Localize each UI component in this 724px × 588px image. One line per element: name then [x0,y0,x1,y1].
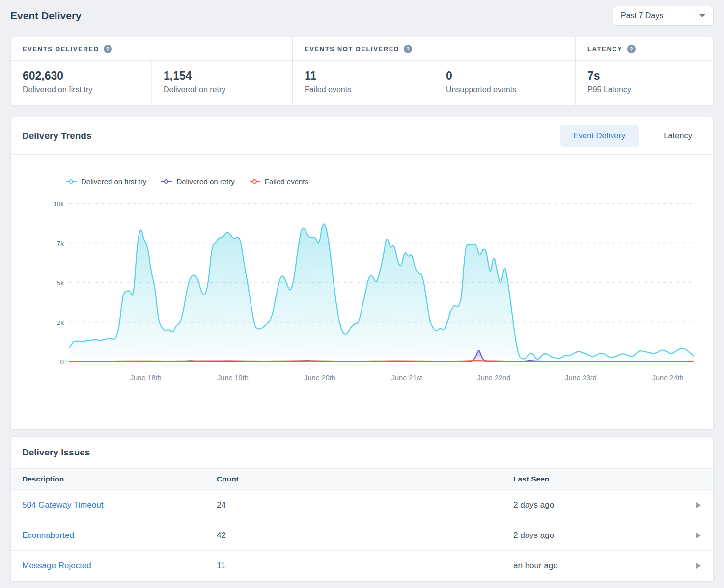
chevron-down-icon [699,14,705,17]
stat-group-label: EVENTS NOT DELIVERED [305,45,399,53]
chevron-right-icon[interactable] [696,563,701,569]
metric-delivered-retry: 1,154 Delivered on retry [152,61,292,105]
issues-table-header: Description Count Last Seen [11,468,713,490]
x-axis-label: June 18th [130,374,162,382]
x-axis-label: June 23rd [565,374,597,382]
table-row[interactable]: Message Rejected 11 an hour ago [11,551,713,581]
y-axis-tick: 2k [57,319,64,326]
date-range-value: Past 7 Days [621,11,663,20]
y-axis-tick: 7k [57,240,64,247]
issue-last-seen: an hour ago [513,561,684,571]
column-header-last-seen: Last Seen [513,475,684,483]
issue-last-seen: 2 days ago [513,531,684,540]
metric-failed-events: 11 Failed events [293,61,434,105]
issues-table: Description Count Last Seen 504 Gateway … [11,468,713,581]
metric-value: 602,630 [23,69,151,82]
x-axis-label: June 24th [652,374,684,382]
delivery-issues-card: Delivery Issues Description Count Last S… [10,436,714,582]
y-axis-tick: 5k [57,279,64,287]
date-range-dropdown[interactable]: Past 7 Days [613,6,714,26]
stat-group-events-delivered: EVENTS DELIVERED 602,630 Delivered on fi… [11,37,293,105]
y-axis-tick: 10k [53,200,64,208]
metric-label: Delivered on retry [164,85,292,94]
metric-value: 11 [305,69,434,82]
help-icon[interactable] [104,45,112,53]
metric-label: Delivered on first try [23,85,151,94]
issue-link[interactable]: Econnaborted [22,531,74,540]
metric-p95-latency: 7s P95 Latency [576,61,713,105]
metric-value: 0 [446,69,575,82]
table-row[interactable]: Econnaborted 42 2 days ago [11,520,713,551]
chart-legend: Delivered on first try Delivered on retr… [66,177,713,186]
stats-summary-card: EVENTS DELIVERED 602,630 Delivered on fi… [10,37,714,105]
trends-title: Delivery Trends [22,131,92,141]
tab-latency[interactable]: Latency [650,125,705,147]
x-axis-label: June 22nd [477,374,510,382]
chevron-right-icon[interactable] [696,502,701,508]
issues-title: Delivery Issues [22,447,90,458]
x-axis-label: June 20th [304,374,335,382]
line-marker-icon [250,181,260,182]
chevron-right-icon[interactable] [696,533,701,538]
x-axis-label: June 21st [391,374,422,382]
metric-value: 1,154 [164,69,292,82]
legend-item-retry: Delivered on retry [161,177,234,186]
x-axis-label: June 19th [217,374,249,382]
delivery-trends-chart: 02k5k7k10kJune 18thJune 19thJune 20thJun… [11,192,713,389]
issue-link[interactable]: Message Rejected [22,561,91,570]
line-marker-icon [66,181,77,182]
stat-group-events-not-delivered: EVENTS NOT DELIVERED 11 Failed events 0 … [293,37,576,105]
series-area [69,224,694,362]
legend-item-failed: Failed events [250,177,308,186]
event-delivery-page: Event Delivery Past 7 Days EVENTS DELIVE… [0,0,724,588]
help-icon[interactable] [404,45,412,53]
column-header-description: Description [11,475,217,483]
metric-label: P95 Latency [587,85,713,94]
metric-label: Unsupported events [446,85,575,94]
y-axis-tick: 0 [60,358,64,366]
delivery-trends-card: Delivery Trends Event Delivery Latency D… [10,117,714,430]
issue-count: 11 [217,561,513,571]
metric-delivered-first-try: 602,630 Delivered on first try [11,61,152,105]
line-marker-icon [161,181,172,182]
tab-event-delivery[interactable]: Event Delivery [560,125,639,147]
metric-label: Failed events [305,85,434,94]
issue-count: 24 [217,500,513,510]
topbar: Event Delivery Past 7 Days [10,4,714,27]
series-line [69,361,694,361]
stat-group-latency: LATENCY 7s P95 Latency [576,37,713,105]
column-header-count: Count [217,475,513,483]
issue-last-seen: 2 days ago [513,500,684,510]
stat-group-label: EVENTS DELIVERED [23,45,99,53]
help-icon[interactable] [627,45,636,53]
issue-link[interactable]: 504 Gateway Timeout [22,500,103,509]
stat-group-label: LATENCY [587,45,623,53]
metric-value: 7s [587,69,713,82]
metric-unsupported-events: 0 Unsupported events [434,61,575,105]
page-title: Event Delivery [10,10,82,22]
table-row[interactable]: 504 Gateway Timeout 24 2 days ago [11,490,713,520]
trends-tabs: Event Delivery Latency [560,125,705,147]
legend-item-first-try: Delivered on first try [66,177,146,186]
issue-count: 42 [217,531,513,540]
